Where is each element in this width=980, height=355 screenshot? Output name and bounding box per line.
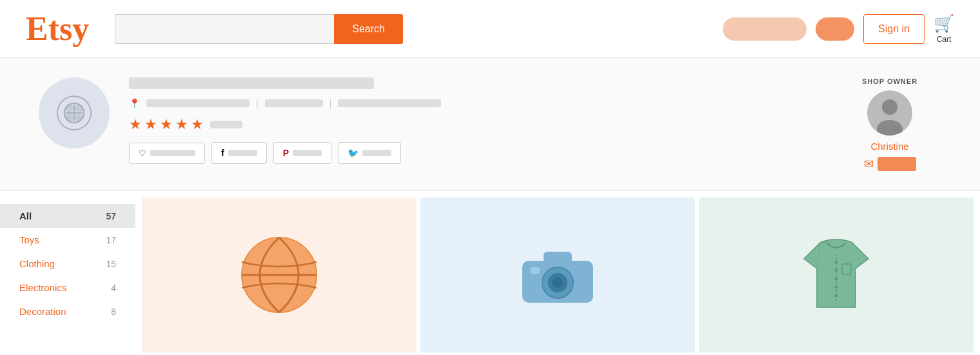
location-icon: 📍: [129, 98, 140, 108]
sidebar-count-decoration: 8: [111, 307, 116, 317]
star-1: ★: [129, 116, 142, 133]
svg-point-6: [66, 114, 74, 122]
owner-contact-bar[interactable]: [877, 157, 916, 171]
svg-point-7: [75, 114, 83, 122]
sidebar-count-all: 57: [106, 211, 116, 221]
shop-owner-label: SHOP OWNER: [862, 77, 917, 85]
main-content: All 57 Toys 17 Clothing 15 Electronics 4…: [0, 191, 980, 355]
logo: Etsy: [26, 10, 89, 48]
pinterest-label-bar: [293, 150, 322, 156]
product-card-basketball[interactable]: [142, 198, 416, 352]
sidebar: All 57 Toys 17 Clothing 15 Electronics 4…: [0, 191, 135, 355]
star-5: ★: [191, 116, 204, 133]
sidebar-label-clothing: Clothing: [19, 258, 55, 269]
svg-point-5: [75, 105, 83, 112]
sidebar-label-electronics: Electronics: [19, 282, 66, 293]
shop-actions: ♡ f P 🐦: [129, 142, 819, 164]
sidebar-item-clothing[interactable]: Clothing 15: [0, 252, 135, 276]
sidebar-count-electronics: 4: [111, 283, 116, 293]
heart-icon: ♡: [139, 148, 146, 158]
shop-name-placeholder: [129, 77, 374, 89]
favorite-label-bar: [150, 150, 195, 156]
owner-name: Christine: [870, 141, 908, 152]
product-grid: [135, 191, 980, 355]
shop-info: 📍 | | ★ ★ ★ ★ ★ ♡ f P: [129, 77, 819, 164]
shop-stars: ★ ★ ★ ★ ★: [129, 116, 819, 133]
sidebar-count-clothing: 15: [106, 259, 116, 269]
shop-profile: 📍 | | ★ ★ ★ ★ ★ ♡ f P: [0, 58, 980, 191]
sidebar-label-all: All: [19, 210, 32, 221]
svg-point-20: [835, 261, 838, 264]
product-card-shirt[interactable]: [699, 198, 974, 352]
sign-in-button[interactable]: Sign in: [863, 14, 925, 44]
sidebar-label-toys: Toys: [19, 234, 39, 245]
svg-point-24: [835, 294, 838, 298]
sidebar-item-decoration[interactable]: Decoration 8: [0, 299, 135, 323]
message-icon: ✉: [864, 157, 874, 171]
svg-point-17: [553, 278, 563, 288]
header: Etsy Search Sign in 🛒 Cart: [0, 0, 980, 58]
star-4: ★: [175, 116, 188, 133]
product-card-camera[interactable]: [420, 198, 695, 352]
twitter-label-bar: [362, 150, 391, 156]
camera-icon: [519, 236, 596, 314]
search-input[interactable]: [115, 14, 334, 44]
shop-meta: 📍 | |: [129, 98, 819, 108]
svg-rect-18: [531, 267, 540, 274]
cart-label: Cart: [937, 35, 952, 44]
shop-logo-icon: [57, 96, 92, 130]
owner-actions: ✉: [864, 157, 916, 171]
star-2: ★: [144, 116, 157, 133]
twitter-button[interactable]: 🐦: [338, 142, 401, 164]
search-bar: Search: [115, 14, 424, 44]
facebook-label-bar: [228, 150, 257, 156]
basketball-icon: [237, 233, 321, 317]
rating-bar: [210, 121, 242, 128]
shop-meta-bar-3: [338, 99, 441, 107]
shop-owner-section: SHOP OWNER Christine ✉: [838, 77, 941, 171]
svg-point-4: [66, 105, 74, 112]
cart-icon: 🛒: [934, 14, 954, 34]
sidebar-item-electronics[interactable]: Electronics 4: [0, 276, 135, 299]
cart-button[interactable]: 🛒 Cart: [934, 14, 954, 44]
pinterest-button[interactable]: P: [273, 142, 331, 164]
svg-point-21: [835, 269, 838, 272]
star-3: ★: [160, 116, 173, 133]
svg-point-23: [835, 286, 838, 289]
svg-point-22: [835, 278, 838, 281]
nav-pill-1: [723, 17, 807, 41]
search-button[interactable]: Search: [334, 14, 403, 44]
svg-point-9: [882, 99, 897, 115]
shop-avatar: [39, 77, 110, 148]
sidebar-item-toys[interactable]: Toys 17: [0, 228, 135, 252]
sidebar-item-all[interactable]: All 57: [0, 204, 135, 228]
facebook-button[interactable]: f: [211, 142, 267, 164]
sidebar-count-toys: 17: [106, 235, 116, 245]
favorite-button[interactable]: ♡: [129, 143, 205, 164]
nav-pill-2: [816, 17, 854, 41]
sidebar-label-decoration: Decoration: [19, 306, 66, 317]
facebook-icon: f: [221, 148, 224, 158]
twitter-icon: 🐦: [348, 148, 358, 158]
shop-location-bar: [146, 99, 250, 107]
svg-rect-14: [544, 252, 572, 265]
shirt-icon: [794, 233, 878, 317]
pinterest-icon: P: [283, 148, 289, 158]
header-nav: Sign in 🛒 Cart: [723, 14, 954, 44]
owner-avatar: [867, 90, 912, 136]
shop-meta-bar-2: [265, 99, 323, 107]
